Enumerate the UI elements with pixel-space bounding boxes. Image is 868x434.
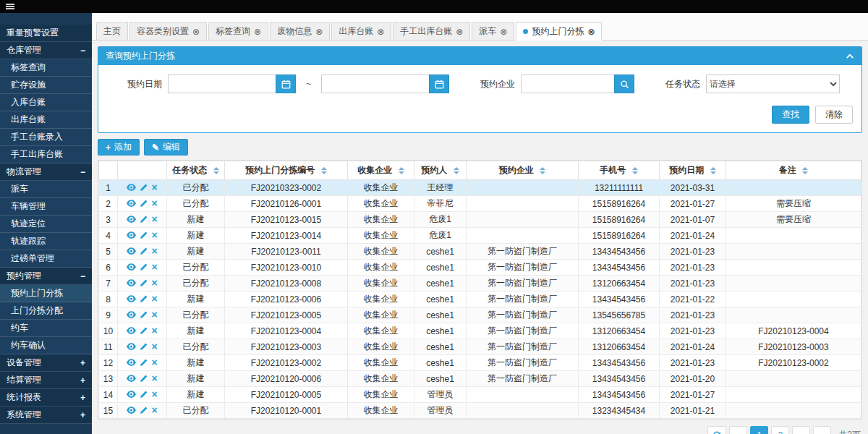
delete-x-icon[interactable]: ×	[151, 389, 157, 399]
tab[interactable]: 废物信息 ⊗	[270, 22, 330, 41]
edit-pencil-icon[interactable]	[140, 295, 148, 303]
tab[interactable]: 出库台账 ⊗	[331, 22, 391, 41]
sort-icon[interactable]	[540, 167, 545, 174]
delete-x-icon[interactable]: ×	[151, 230, 157, 240]
sidebar-item[interactable]: 轨迹定位	[0, 216, 92, 233]
table-row[interactable]: 15 ×	[99, 403, 861, 419]
column-header[interactable]: 预约人	[414, 161, 467, 180]
add-button[interactable]: + 添加	[98, 139, 140, 156]
view-eye-icon[interactable]	[127, 200, 136, 207]
date-from-input[interactable]	[168, 75, 276, 93]
sidebar-item[interactable]: 过磅单管理	[0, 250, 92, 268]
tab-close-icon[interactable]: ⊗	[192, 27, 200, 36]
delete-x-icon[interactable]: ×	[151, 182, 157, 192]
table-row[interactable]: 6 ×	[99, 260, 861, 276]
delete-x-icon[interactable]: ×	[151, 294, 157, 304]
delete-x-icon[interactable]: ×	[151, 405, 157, 415]
collapse-toggle-icon[interactable]: −	[80, 46, 85, 56]
tab-close-icon[interactable]: ⊗	[500, 27, 507, 36]
view-eye-icon[interactable]	[127, 295, 136, 302]
table-row[interactable]: 9 ×	[99, 307, 861, 323]
clear-button[interactable]: 清除	[815, 106, 853, 124]
find-button[interactable]: 查找	[772, 106, 809, 124]
sidebar-item[interactable]: 标签查询	[0, 59, 92, 77]
edit-pencil-icon[interactable]	[140, 263, 148, 271]
sidebar-item[interactable]: 物流管理 −	[0, 163, 92, 181]
table-row[interactable]: 14 ×	[99, 387, 861, 403]
column-header[interactable]: 手机号	[579, 161, 660, 180]
edit-pencil-icon[interactable]	[140, 391, 148, 399]
delete-x-icon[interactable]: ×	[151, 357, 157, 367]
column-header[interactable]: 备注	[726, 161, 861, 180]
sidebar-item[interactable]: 预约上门分拣	[0, 285, 92, 302]
collapse-toggle-icon[interactable]: +	[80, 375, 85, 386]
tab[interactable]: 标签查询 ⊗	[208, 22, 268, 41]
sidebar-item[interactable]: 约车确认	[0, 337, 92, 354]
table-row[interactable]: 4 ×	[99, 228, 861, 244]
view-eye-icon[interactable]	[127, 391, 136, 398]
chevron-up-icon[interactable]	[846, 53, 854, 59]
sidebar-item[interactable]: 设备管理 +	[0, 354, 92, 372]
delete-x-icon[interactable]: ×	[151, 214, 157, 224]
table-row[interactable]: 11 ×	[99, 339, 861, 355]
table-row[interactable]: 12 ×	[99, 355, 861, 371]
collapse-toggle-icon[interactable]: +	[80, 393, 85, 403]
edit-pencil-icon[interactable]	[140, 327, 148, 335]
view-eye-icon[interactable]	[127, 263, 136, 271]
sidebar-item[interactable]: 约车	[0, 320, 92, 337]
page-button[interactable]: »	[813, 426, 831, 434]
sidebar-item[interactable]: 结算管理 +	[0, 372, 92, 389]
column-header[interactable]: 预约上门分拣编号	[225, 161, 348, 180]
collapse-toggle-icon[interactable]: −	[80, 271, 85, 281]
table-row[interactable]: 5 ×	[99, 244, 861, 260]
column-header[interactable]: 任务状态	[167, 161, 225, 180]
collapse-toggle-icon[interactable]: +	[80, 410, 85, 420]
delete-x-icon[interactable]: ×	[151, 373, 157, 383]
view-eye-icon[interactable]	[127, 343, 136, 350]
sidebar-item[interactable]: 仓库管理 −	[0, 42, 92, 59]
view-eye-icon[interactable]	[127, 184, 136, 191]
sort-icon[interactable]	[213, 167, 219, 174]
date-to-input[interactable]	[321, 75, 430, 93]
calendar-icon-button[interactable]	[276, 75, 296, 93]
sort-icon[interactable]	[710, 167, 716, 174]
delete-x-icon[interactable]: ×	[151, 262, 157, 272]
table-row[interactable]: 7 ×	[99, 276, 861, 292]
page-button[interactable]: 2	[771, 426, 789, 434]
tab[interactable]: 主页 ⊗	[96, 22, 128, 41]
sidebar-item[interactable]: 入库台账	[0, 94, 92, 111]
sidebar-item[interactable]: 车辆管理	[0, 198, 92, 216]
edit-pencil-icon[interactable]	[140, 311, 148, 319]
delete-x-icon[interactable]: ×	[151, 278, 157, 288]
sidebar-item[interactable]: 派车	[0, 181, 92, 198]
sidebar-item[interactable]: 轨迹跟踪	[0, 233, 92, 250]
sidebar-item[interactable]: 手工台账录入	[0, 129, 92, 146]
table-row[interactable]: 8 ×	[99, 292, 861, 307]
page-button[interactable]: ›	[792, 426, 810, 434]
table-row[interactable]: 2 ×	[99, 196, 861, 212]
calendar-icon-button[interactable]	[429, 75, 449, 93]
edit-pencil-icon[interactable]	[140, 375, 148, 383]
sidebar-item[interactable]: 贮存设施	[0, 77, 92, 94]
tab-close-icon[interactable]: ⊗	[456, 27, 463, 36]
sidebar-item[interactable]: 预约管理 −	[0, 268, 92, 285]
column-header[interactable]: 预约企业	[467, 161, 579, 180]
menu-icon[interactable]	[6, 4, 14, 9]
sidebar-item[interactable]: 出库台账	[0, 111, 92, 129]
delete-x-icon[interactable]: ×	[151, 246, 157, 256]
sidebar-item[interactable]: 系统管理 +	[0, 407, 92, 424]
tab[interactable]: 预约上门分拣 ⊗	[516, 22, 602, 41]
delete-x-icon[interactable]: ×	[151, 341, 157, 352]
edit-pencil-icon[interactable]	[140, 279, 148, 287]
table-row[interactable]: 3 ×	[99, 212, 861, 228]
tab-close-icon[interactable]: ⊗	[377, 27, 384, 36]
delete-x-icon[interactable]: ×	[151, 326, 157, 336]
edit-pencil-icon[interactable]	[140, 200, 148, 208]
edit-pencil-icon[interactable]	[140, 216, 148, 224]
tab-close-icon[interactable]: ⊗	[587, 27, 595, 36]
edit-pencil-icon[interactable]	[140, 359, 148, 367]
delete-x-icon[interactable]: ×	[151, 198, 157, 208]
view-eye-icon[interactable]	[127, 407, 136, 414]
tab[interactable]: 容器类别设置 ⊗	[129, 22, 207, 41]
sort-icon[interactable]	[399, 167, 404, 174]
